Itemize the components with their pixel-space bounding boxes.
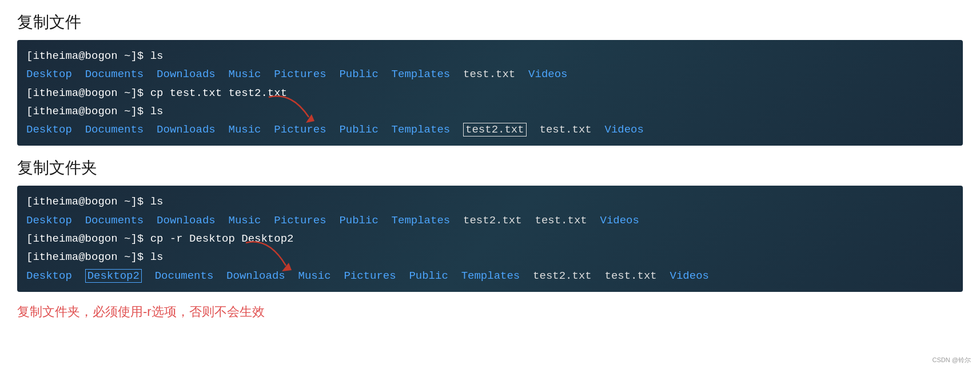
dir-item: Videos (605, 123, 644, 136)
dir-item: Desktop (26, 68, 72, 81)
dir-item: Desktop (26, 214, 72, 227)
terminal-line: [itheima@bogon ~]$ cp test.txt test2.txt (26, 84, 954, 102)
dir-item: Music (229, 123, 261, 136)
prompt: [itheima@bogon ~]$ ls (26, 195, 163, 208)
dir-item: Music (229, 214, 261, 227)
terminal-line: [itheima@bogon ~]$ ls (26, 192, 954, 211)
terminal-2-content: [itheima@bogon ~]$ ls Desktop Documents … (17, 186, 963, 291)
terminal-line: Desktop Documents Downloads Music Pictur… (26, 121, 954, 139)
dir-item: Music (229, 68, 261, 81)
dir-item: Downloads (157, 214, 216, 227)
file-item: test2.txt (463, 214, 522, 227)
dir-item: Public (339, 214, 378, 227)
terminal-1-content: [itheima@bogon ~]$ ls Desktop Documents … (17, 40, 963, 146)
terminal-1: [itheima@bogon ~]$ ls Desktop Documents … (17, 40, 963, 146)
dir-item: Downloads (157, 123, 216, 136)
dir-item: Pictures (344, 270, 396, 282)
prompt: [itheima@bogon ~]$ cp -r Desktop Desktop… (26, 232, 293, 245)
dir-item: Pictures (274, 68, 326, 81)
prompt: [itheima@bogon ~]$ ls (26, 50, 163, 62)
dir-item: Templates (461, 270, 520, 282)
file-item: test.txt (605, 270, 657, 282)
dir-item: Documents (85, 68, 144, 81)
dir-item: Public (339, 68, 378, 81)
highlighted-file: test2.txt (463, 123, 527, 137)
dir-item: Downloads (226, 270, 285, 282)
terminal-line: Desktop Desktop2 Documents Downloads Mus… (26, 267, 954, 285)
file-item: test.txt (535, 214, 587, 227)
dir-item: Documents (85, 123, 144, 136)
terminal-line: [itheima@bogon ~]$ cp -r Desktop Desktop… (26, 230, 954, 248)
dir-item: Public (339, 123, 378, 136)
prompt: [itheima@bogon ~]$ ls (26, 105, 163, 118)
terminal-2: [itheima@bogon ~]$ ls Desktop Documents … (17, 186, 963, 291)
dir-item: Downloads (157, 68, 216, 81)
highlighted-dir: Desktop2 (85, 269, 142, 283)
prompt: [itheima@bogon ~]$ ls (26, 251, 163, 263)
file-item: test2.txt (533, 270, 592, 282)
dir-item: Pictures (274, 123, 326, 136)
dir-item: Documents (155, 270, 214, 282)
prompt: [itheima@bogon ~]$ cp test.txt test2.txt (26, 87, 287, 99)
dir-item: Templates (392, 68, 451, 81)
dir-item: Videos (670, 270, 709, 282)
terminal-line: [itheima@bogon ~]$ ls (26, 248, 954, 266)
terminal-line: Desktop Documents Downloads Music Pictur… (26, 65, 954, 83)
section2-title: 复制文件夹 (17, 157, 963, 179)
dir-item: Public (409, 270, 448, 282)
dir-item: Templates (392, 123, 451, 136)
section1-title: 复制文件 (17, 11, 963, 33)
file-item: test.txt (539, 123, 591, 136)
dir-item: Music (298, 270, 331, 282)
dir-item: Videos (600, 214, 639, 227)
dir-item: Desktop (26, 123, 72, 136)
terminal-line: Desktop Documents Downloads Music Pictur… (26, 211, 954, 230)
dir-item: Pictures (274, 214, 326, 227)
dir-item: Desktop (26, 270, 72, 282)
dir-item: Videos (528, 68, 567, 81)
file-item: test.txt (463, 68, 515, 81)
terminal-line: [itheima@bogon ~]$ ls (26, 47, 954, 65)
watermark: CSDN @铃尔 (933, 356, 971, 364)
note-text: 复制文件夹，必须使用-r选项，否则不会生效 (17, 303, 963, 320)
dir-item: Templates (392, 214, 451, 227)
terminal-line: [itheima@bogon ~]$ ls (26, 102, 954, 121)
dir-item: Documents (85, 214, 144, 227)
